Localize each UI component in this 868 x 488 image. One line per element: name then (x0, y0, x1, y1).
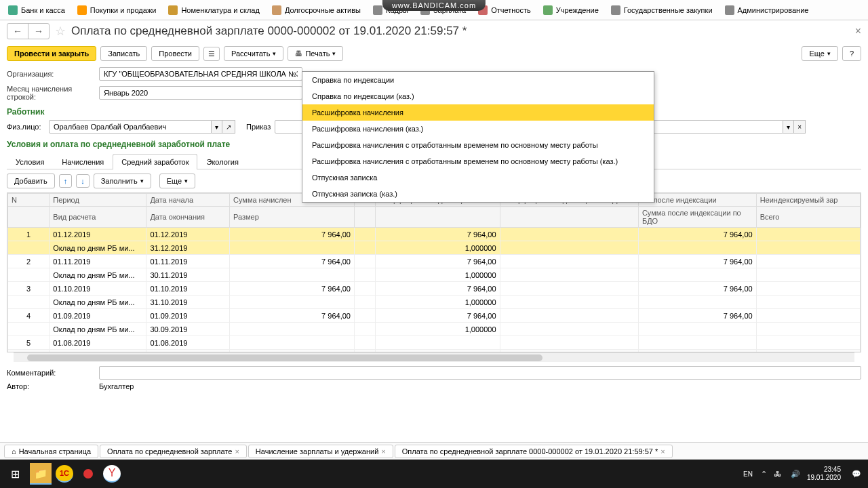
window-tabs: ⌂Начальная страницаОплата по среднедневн… (0, 442, 868, 460)
fiz-open-button[interactable]: ↗ (222, 120, 235, 134)
menu-Долгосрочные активы[interactable]: Долгосрочные активы (267, 3, 366, 18)
browser-icon[interactable]: Y (103, 465, 121, 483)
print-menu-item[interactable]: Расшифровка начисления с отработанным вр… (302, 153, 654, 169)
tab-Экология[interactable]: Экология (197, 154, 248, 169)
col-subheader[interactable]: Дата окончания (146, 207, 230, 228)
menu-Учреждение[interactable]: Учреждение (538, 3, 604, 18)
fiz-input[interactable] (49, 120, 212, 134)
window-tab[interactable]: Оплата по среднедневной зарплате 0000-00… (395, 445, 673, 458)
volume-icon[interactable]: 🔊 (788, 470, 803, 479)
table-row[interactable]: 201.11.201901.11.20197 964,007 964,007 9… (8, 255, 861, 268)
start-button[interactable]: ⊞ (4, 463, 26, 485)
month-label: Месяц начисления строкой: (7, 85, 94, 101)
show-list-button[interactable]: ☰ (203, 47, 220, 61)
salary-table[interactable]: NПериодДата началаСумма начисленКоэффици… (7, 192, 861, 352)
print-menu-item[interactable]: Справка по индексации (302, 72, 654, 88)
taskbar: ⊞ 📁 1C Y EN ⌃ 🖧 🔊 23:45 19.01.2020 💬 (0, 460, 868, 488)
author-value: Бухгалтер (99, 382, 134, 390)
close-tab-icon[interactable]: × (235, 447, 239, 455)
post-and-close-button[interactable]: Провести и закрыть (7, 46, 96, 61)
explorer-icon[interactable]: 📁 (30, 463, 52, 485)
comment-label: Комментарий: (7, 369, 94, 377)
clock[interactable]: 23:45 19.01.2020 (807, 466, 845, 482)
tab-Условия[interactable]: Условия (7, 154, 53, 169)
close-tab-icon[interactable]: × (660, 447, 665, 455)
table-row[interactable]: 501.08.201901.08.2019 (8, 336, 861, 350)
col-header[interactable]: ма после индексации (638, 194, 756, 207)
col-header[interactable]: N (8, 194, 50, 207)
table-row[interactable]: 101.12.201901.12.20197 964,007 964,007 9… (8, 228, 861, 241)
print-menu-item[interactable]: Расшифровка начисления с отработанным вр… (302, 137, 654, 153)
print-menu-item[interactable]: Отпускная записка (302, 169, 654, 186)
move-up-button[interactable]: ↑ (59, 174, 73, 188)
lang-indicator[interactable]: EN (743, 470, 757, 478)
calculate-button[interactable]: Рассчитать (224, 46, 283, 61)
table-row[interactable]: Оклад по дням РБ ми...30.09.20191,000000 (8, 323, 861, 336)
order-select-button[interactable]: ▾ (783, 120, 794, 134)
favorite-star-icon[interactable]: ☆ (55, 24, 66, 39)
fiz-label: Физ.лицо: (7, 123, 45, 131)
order-clear-button[interactable]: × (794, 120, 806, 134)
tab-Средний заработок[interactable]: Средний заработок (113, 154, 197, 169)
network-icon[interactable]: 🖧 (771, 470, 784, 478)
printer-icon: 🖶 (295, 49, 302, 58)
tab-more-button[interactable]: Еще (159, 174, 195, 188)
horizontal-scrollbar[interactable] (14, 352, 854, 362)
table-row[interactable]: Оклад по дням РБ ми...31.10.20191,000000 (8, 296, 861, 309)
menu-Администрирование[interactable]: Администрирование (719, 3, 814, 18)
more-button[interactable]: Еще (802, 46, 837, 61)
table-row[interactable]: 401.09.201901.09.20197 964,007 964,007 9… (8, 309, 861, 323)
print-button[interactable]: 🖶 Печать (288, 46, 343, 61)
print-menu-item[interactable]: Расшифровка начисления (каз.) (302, 121, 654, 137)
menu-Покупки и продажи[interactable]: Покупки и продажи (72, 3, 162, 18)
col-subheader[interactable]: Сумма после индексации по БДО (638, 207, 756, 228)
clock-time: 23:45 (807, 466, 841, 474)
window-tab[interactable]: Начисление зарплаты и удержаний× (248, 445, 393, 458)
post-button[interactable]: Провести (151, 46, 199, 61)
add-row-button[interactable]: Добавить (7, 174, 55, 188)
app-1c-icon[interactable]: 1C (56, 465, 73, 483)
nav-forward-button[interactable]: → (28, 24, 49, 39)
nav-back-button[interactable]: ← (7, 24, 28, 39)
write-button[interactable]: Записать (100, 46, 147, 61)
print-menu-item[interactable]: Отпускная записка (каз.) (302, 186, 654, 202)
fiz-select-button[interactable]: ▾ (212, 120, 222, 134)
title-bar: ← → ☆ Оплата по среднедневной зарплате 0… (0, 20, 868, 42)
col-subheader[interactable] (8, 207, 50, 228)
print-label: Печать (305, 49, 330, 58)
org-input[interactable] (99, 67, 302, 81)
menu-Государственные закупки[interactable]: Государственные закупки (606, 3, 718, 18)
window-tab[interactable]: ⌂Начальная страница (4, 445, 98, 458)
home-icon: ⌂ (12, 447, 16, 455)
org-label: Организация: (7, 70, 94, 78)
col-subheader[interactable] (375, 207, 500, 228)
window-tab[interactable]: Оплата по среднедневной зарплате× (100, 445, 247, 458)
print-menu-item[interactable]: Расшифровка начисления (302, 104, 654, 121)
col-header[interactable]: Дата начала (146, 194, 230, 207)
close-tab-icon[interactable]: × (381, 447, 385, 455)
watermark: www.BANDICAM.com (382, 0, 486, 11)
comment-input[interactable] (99, 366, 861, 380)
notifications-icon[interactable]: 💬 (849, 470, 864, 479)
col-header[interactable]: Неиндексируемый зар (756, 194, 860, 207)
fill-button[interactable]: Заполнить (94, 174, 151, 188)
record-icon[interactable] (77, 463, 99, 485)
menu-Номенклатура и склад[interactable]: Номенклатура и склад (163, 3, 264, 18)
table-row[interactable]: Оклад по дням РБ ми...31.12.20191,000000 (8, 241, 861, 255)
col-subheader[interactable] (500, 207, 638, 228)
tray-up-icon[interactable]: ⌃ (761, 470, 767, 479)
col-subheader[interactable]: Размер (230, 207, 355, 228)
tab-Начисления[interactable]: Начисления (53, 154, 113, 169)
help-button[interactable]: ? (842, 46, 861, 61)
col-header[interactable]: Период (50, 194, 146, 207)
menu-Банк и касса[interactable]: Банк и касса (3, 3, 71, 18)
table-row[interactable]: 301.10.201901.10.20197 964,007 964,007 9… (8, 282, 861, 296)
month-input[interactable] (99, 86, 302, 100)
col-subheader[interactable]: Всего (756, 207, 860, 228)
col-subheader[interactable]: Вид расчета (50, 207, 146, 228)
move-down-button[interactable]: ↓ (76, 174, 90, 188)
close-button[interactable]: × (855, 25, 861, 37)
print-menu-item[interactable]: Справка по индексации (каз.) (302, 88, 654, 104)
table-row[interactable]: Оклад по дням РБ ми...30.11.20191,000000 (8, 268, 861, 282)
col-subheader[interactable] (354, 207, 375, 228)
